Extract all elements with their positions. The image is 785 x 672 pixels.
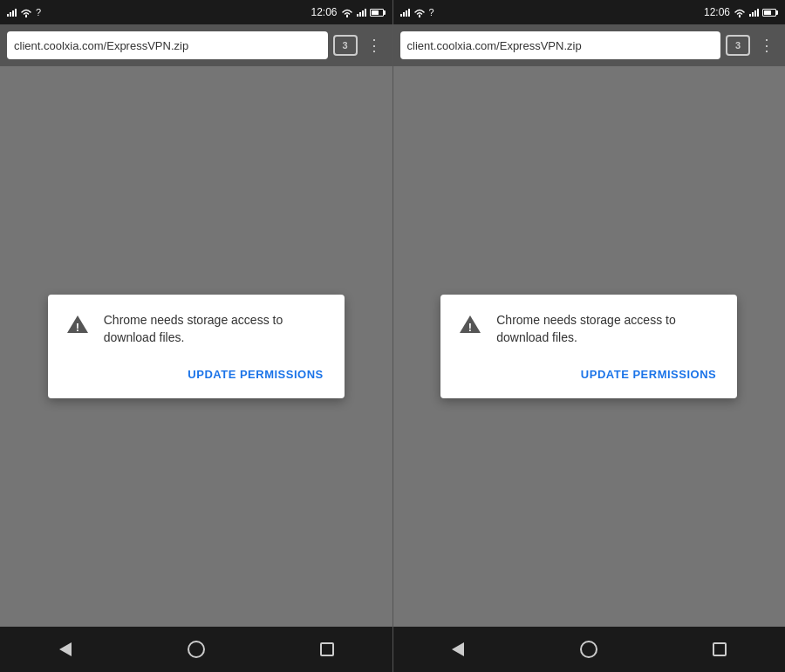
left-status-left: ? xyxy=(7,7,41,17)
right-warning-icon: ! xyxy=(458,312,482,340)
right-signal-strength-icon xyxy=(400,8,410,17)
left-recents-icon xyxy=(320,642,334,656)
left-back-button[interactable] xyxy=(48,632,83,667)
right-recents-icon xyxy=(713,642,727,656)
right-status-right: 12:06 xyxy=(704,6,778,18)
left-home-icon xyxy=(188,641,205,658)
right-back-button[interactable] xyxy=(440,632,475,667)
left-address-bar: client.coolxia.com/ExpressVPN.zip 3 ⋮ xyxy=(0,24,392,66)
right-home-icon xyxy=(580,641,597,658)
right-panel-right-wifi-icon xyxy=(734,8,746,17)
left-back-icon xyxy=(59,642,72,656)
right-home-button[interactable] xyxy=(571,632,606,667)
left-recents-button[interactable] xyxy=(310,632,345,667)
right-menu-button[interactable]: ⋮ xyxy=(755,32,778,58)
left-status-bar: ? 12:06 xyxy=(0,0,392,24)
right-tab-count-button[interactable]: 3 xyxy=(726,35,750,56)
right-status-bar: ? 12:06 xyxy=(393,0,786,24)
left-url-text: client.coolxia.com/ExpressVPN.zip xyxy=(14,39,188,52)
right-dialog-body: ! Chrome needs storage access to downloa… xyxy=(458,312,720,346)
right-recents-button[interactable] xyxy=(702,632,737,667)
right-nav-bar xyxy=(393,627,786,672)
right-wifi-icon xyxy=(341,8,353,17)
right-battery-icon xyxy=(762,9,778,17)
right-question-icon: ? xyxy=(429,7,434,17)
left-time: 12:06 xyxy=(311,6,337,18)
left-update-permissions-button[interactable]: UPDATE PERMISSIONS xyxy=(184,361,326,388)
right-address-field[interactable]: client.coolxia.com/ExpressVPN.zip xyxy=(400,31,721,59)
right-time: 12:06 xyxy=(704,6,730,18)
left-main-content: ! Chrome needs storage access to downloa… xyxy=(0,66,392,627)
right-dialog-message: Chrome needs storage access to download … xyxy=(496,312,720,346)
left-status-right: 12:06 xyxy=(311,6,385,18)
svg-text:!: ! xyxy=(76,321,79,334)
left-dialog-message: Chrome needs storage access to download … xyxy=(104,312,327,346)
signal-strength-icon xyxy=(7,8,17,17)
left-nav-bar xyxy=(0,627,392,672)
right-panel-right-signal-icon xyxy=(749,8,759,17)
right-phone-panel: ? 12:06 client. xyxy=(393,0,786,672)
right-dialog: ! Chrome needs storage access to downloa… xyxy=(440,295,737,397)
left-phone-panel: ? 12:06 xyxy=(0,0,392,672)
right-signal-icon xyxy=(357,8,366,17)
question-icon: ? xyxy=(36,7,41,17)
battery-icon xyxy=(370,9,386,17)
right-back-icon xyxy=(452,642,464,656)
right-url-text: client.coolxia.com/ExpressVPN.zip xyxy=(407,39,582,52)
left-menu-button[interactable]: ⋮ xyxy=(363,32,386,58)
left-warning-icon: ! xyxy=(65,312,90,340)
left-address-field[interactable]: client.coolxia.com/ExpressVPN.zip xyxy=(7,31,328,59)
right-address-bar: client.coolxia.com/ExpressVPN.zip 3 ⋮ xyxy=(393,24,786,66)
right-dialog-actions: UPDATE PERMISSIONS xyxy=(458,361,720,388)
right-status-left: ? xyxy=(400,7,434,17)
right-main-content: ! Chrome needs storage access to downloa… xyxy=(393,66,786,627)
right-panel-wifi-icon xyxy=(413,8,426,17)
left-dialog-body: ! Chrome needs storage access to downloa… xyxy=(65,312,327,346)
wifi-icon xyxy=(20,8,32,17)
left-tab-count-button[interactable]: 3 xyxy=(333,35,358,56)
left-dialog-actions: UPDATE PERMISSIONS xyxy=(65,361,327,388)
left-home-button[interactable] xyxy=(179,632,214,667)
svg-text:!: ! xyxy=(468,321,472,334)
left-dialog: ! Chrome needs storage access to downloa… xyxy=(48,295,345,397)
right-update-permissions-button[interactable]: UPDATE PERMISSIONS xyxy=(577,361,720,388)
